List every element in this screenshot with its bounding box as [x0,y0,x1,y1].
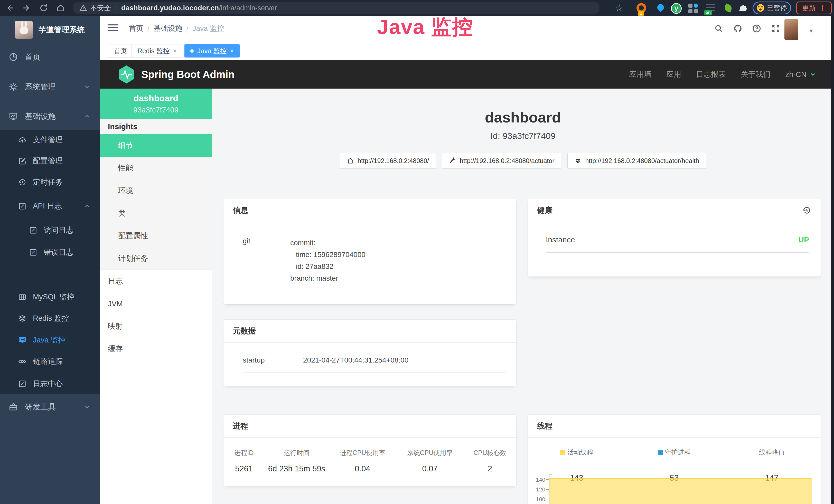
extension-orange-ring-icon[interactable]: 1 [636,3,646,13]
sidebar-item-log-center[interactable]: 日志中心 [0,373,100,394]
sba-item-config-props[interactable]: 配置属性 [100,225,212,247]
sidebar-item-home[interactable]: 首页 [0,44,100,70]
sidebar-item-access-logs[interactable]: 访问日志 [0,220,100,240]
menu-dots-icon[interactable]: ⋮ [819,4,826,12]
url-host[interactable]: dashboard.yudao.iocoder.cn [121,4,219,12]
extension-pin-icon[interactable] [656,3,666,13]
sba-language-selector[interactable]: zh-CN [786,70,816,79]
sba-item-jvm[interactable]: JVM [100,293,212,315]
sba-item-details[interactable]: 细节 [100,134,212,157]
tab-home[interactable]: 首页 [108,44,133,58]
browser-back-icon[interactable] [5,3,15,13]
edit-icon [18,157,27,165]
sba-item-environment[interactable]: 环境 [100,180,212,202]
live-threads-legend: 活动线程 [528,448,626,457]
sba-header: Spring Boot Admin 应用墙 应用 日志报表 关于我们 zh-CN [100,60,831,89]
user-avatar[interactable] [785,19,798,40]
legend-label: 线程峰值 [759,448,785,457]
url-path[interactable]: /infra/admin-server [219,4,277,12]
sba-nav-wallboard[interactable]: 应用墙 [629,69,651,79]
browser-home-icon[interactable] [56,3,66,13]
security-label[interactable]: 不安全 [90,3,111,13]
sidebar-item-label: 日志中心 [33,379,63,389]
breadcrumb-home[interactable]: 首页 [129,24,143,33]
sba-item-mappings[interactable]: 映射 [100,315,212,338]
insights-group: Insights 细节 性能 环境 类 配置属性 计划任务 [100,119,212,270]
extension-y-icon[interactable]: y [671,3,682,14]
avatar-caret-down-icon[interactable]: ▾ [810,27,813,35]
cloud-upload-icon [18,136,27,144]
sidebar-item-label: 系统管理 [25,82,56,92]
extension-list-icon[interactable]: on [706,3,716,13]
sidebar-item-java-monitor[interactable]: Java 监控 [0,330,100,350]
tab-label: Redis 监控 [137,46,170,55]
annotation-java-monitor: Java 监控 [377,13,473,41]
app-sidebar: 芋道管理系统 首页 系统管理 基础设施 文件管理 配置管理 [0,16,100,504]
sidebar-item-api-logs[interactable]: API 日志 [0,196,100,216]
breadcrumb: 首页 / 基础设施 / Java 监控 [129,16,224,41]
paused-badge[interactable]: 已暂停 [752,2,791,15]
sba-nav-journal[interactable]: 日志报表 [696,69,726,79]
y-tick-100: 100 [530,496,545,503]
history-icon [18,178,27,187]
tab-java-monitor[interactable]: Java 监控 × [184,44,240,58]
collapse-menu-icon[interactable] [108,24,118,32]
sba-brand-title[interactable]: Spring Boot Admin [141,69,235,81]
close-icon[interactable]: × [230,47,234,54]
sba-item-caches[interactable]: 缓存 [100,338,212,360]
help-icon[interactable] [751,23,762,34]
sba-item-classes[interactable]: 类 [100,202,212,225]
history-icon[interactable] [802,206,811,215]
log-icon [18,202,27,210]
service-url-button[interactable]: http://192.168.0.2:48080/ [340,153,436,169]
tick-mark [546,499,549,499]
sidebar-item-system-management[interactable]: 系统管理 [0,73,100,100]
sba-nav-applications[interactable]: 应用 [666,69,681,79]
daemon-threads-legend: 守护进程 [626,448,723,457]
sidebar-item-label: 配置管理 [33,156,63,166]
emoji-face-icon [757,4,764,12]
sba-root-items: 日志 JVM 映射 缓存 [100,270,212,360]
tag-view-bar: 首页 Redis 监控 × Java 监控 × [100,41,831,60]
bookmark-star-icon[interactable]: ☆ [615,3,623,13]
sidebar-item-label: 基础设施 [25,111,56,122]
fullscreen-icon[interactable] [770,23,781,34]
sidebar-item-file-management[interactable]: 文件管理 [0,130,100,150]
scrollbar[interactable] [831,16,834,504]
extensions-puzzle-icon[interactable] [739,3,749,13]
sba-item-metrics[interactable]: 性能 [100,157,212,180]
chevron-down-icon [810,71,816,78]
sidebar-item-mysql-monitor[interactable]: MySQL 监控 [0,287,100,307]
health-url-button[interactable]: http://192.168.0.2:48080/actuator/health [567,153,706,169]
sba-nav-about[interactable]: 关于我们 [741,69,771,79]
search-icon[interactable] [713,23,724,34]
sidebar-item-scheduled-jobs[interactable]: 定时任务 [0,172,100,192]
instance-links: http://192.168.0.2:48080/ http://192.168… [212,153,834,169]
tab-redis-monitor[interactable]: Redis 监控 × [132,44,183,58]
browser-forward-icon[interactable] [22,3,32,13]
sidebar-item-tracing[interactable]: 链路追踪 [0,351,100,372]
sidebar-item-error-logs[interactable]: 错误日志 [0,242,100,263]
extension-grid-icon[interactable] [688,3,699,13]
close-icon[interactable]: × [173,47,177,54]
extension-leaf-icon[interactable] [723,3,733,13]
address-divider [115,4,116,12]
uptime-value: 6d 23h 15m 59s [265,464,329,474]
address-bar[interactable]: 不安全 dashboard.yudao.iocoder.cn/infra/adm… [73,2,600,14]
process-headers: 进程ID 运行时间 进程CPU使用率 系统CPU使用率 CPU核心数 [223,449,516,457]
not-secure-warning-icon[interactable] [79,4,87,12]
sidebar-item-infrastructure[interactable]: 基础设施 [0,103,100,130]
sba-item-logs[interactable]: 日志 [100,270,212,293]
update-button[interactable]: 更新 ⋮ [796,2,832,15]
process-col-header: 进程ID [223,449,265,457]
sba-item-scheduled-tasks[interactable]: 计划任务 [100,247,212,270]
sidebar-item-redis-monitor[interactable]: Redis 监控 [0,308,100,329]
sidebar-item-dev-tools[interactable]: 研发工具 [0,394,100,420]
browser-reload-icon[interactable] [39,3,49,13]
sidebar-item-config-management[interactable]: 配置管理 [0,151,100,171]
breadcrumb-infrastructure[interactable]: 基础设施 [154,24,182,33]
app-logo-row[interactable]: 芋道管理系统 [0,20,100,40]
github-icon[interactable] [732,23,743,34]
sidebar-item-label: 定时任务 [33,177,63,187]
actuator-url-button[interactable]: http://192.168.0.2:48080/actuator [442,153,561,169]
